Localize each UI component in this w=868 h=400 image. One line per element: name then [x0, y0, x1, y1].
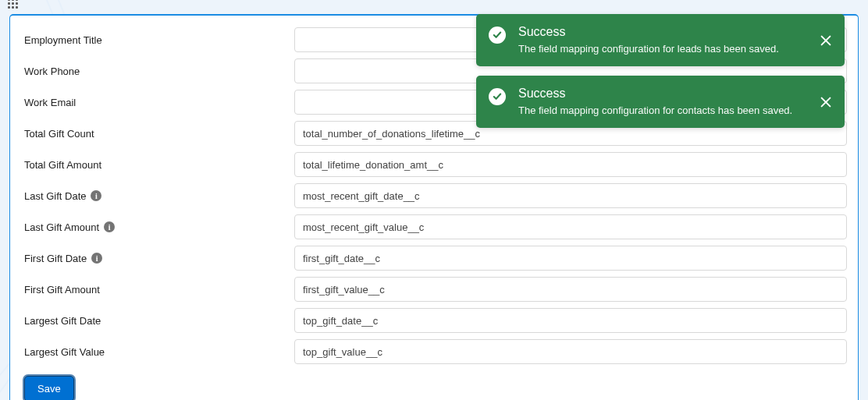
field-mapping-row: Last Gift Datei	[21, 181, 847, 211]
field-label: Largest Gift Value	[21, 346, 294, 358]
field-input-wrap	[294, 152, 847, 177]
field-mapping-row: Total Gift Amount	[21, 150, 847, 179]
toast-title: Success	[518, 23, 810, 41]
field-label-text: First Gift Date	[24, 253, 87, 264]
field-mapping-row: Largest Gift Value	[21, 337, 847, 366]
mapping-input[interactable]	[294, 152, 847, 177]
success-check-icon	[489, 88, 506, 105]
field-label: Largest Gift Date	[21, 315, 294, 327]
field-label: First Gift Amount	[21, 284, 294, 296]
field-label-text: First Gift Amount	[24, 284, 100, 296]
info-icon[interactable]: i	[104, 221, 115, 232]
toast-title: Success	[518, 85, 810, 102]
mapping-input[interactable]	[294, 277, 847, 302]
info-icon[interactable]: i	[91, 253, 102, 264]
mapping-input[interactable]	[294, 308, 847, 333]
field-input-wrap	[294, 246, 847, 271]
save-button[interactable]: Save	[24, 376, 74, 400]
field-label: Employment Title	[21, 34, 294, 46]
field-mapping-row: Largest Gift Date	[21, 306, 847, 335]
mapping-input[interactable]	[294, 183, 847, 208]
field-label-text: Employment Title	[24, 34, 102, 46]
success-check-icon	[489, 27, 506, 44]
field-label-text: Total Gift Count	[24, 128, 94, 140]
field-label: Work Email	[21, 97, 294, 108]
info-icon[interactable]: i	[91, 190, 101, 201]
toast-message: The field mapping configuration for lead…	[518, 42, 810, 56]
header-bar	[0, 0, 868, 6]
toast-close-button[interactable]	[815, 30, 837, 51]
field-label-text: Last Gift Amount	[24, 221, 99, 233]
mapping-input[interactable]	[294, 246, 847, 271]
toast-message: The field mapping configuration for cont…	[518, 104, 810, 118]
mapping-input[interactable]	[294, 339, 847, 364]
drag-handle-icon[interactable]	[8, 0, 18, 9]
field-label: Work Phone	[21, 65, 294, 77]
close-icon	[819, 34, 833, 48]
field-label-text: Total Gift Amount	[24, 159, 101, 171]
field-input-wrap	[294, 339, 847, 364]
field-label: Total Gift Amount	[21, 159, 294, 171]
field-input-wrap	[294, 214, 847, 239]
field-label: Total Gift Count	[21, 128, 294, 140]
field-label-text: Work Phone	[24, 65, 80, 77]
field-label-text: Largest Gift Value	[24, 346, 105, 358]
field-label: First Gift Datei	[21, 253, 294, 264]
field-input-wrap	[294, 308, 847, 333]
field-label: Last Gift Datei	[21, 190, 294, 202]
toast-success: Success The field mapping configuration …	[476, 76, 845, 128]
field-mapping-row: First Gift Datei	[21, 243, 847, 273]
field-input-wrap	[294, 183, 847, 208]
mapping-input[interactable]	[294, 214, 847, 239]
field-mapping-row: Last Gift Amounti	[21, 212, 847, 242]
field-label-text: Largest Gift Date	[24, 315, 101, 327]
field-input-wrap	[294, 277, 847, 302]
toast-close-button[interactable]	[815, 91, 837, 113]
close-icon	[819, 95, 833, 109]
toast-success: Success The field mapping configuration …	[476, 14, 845, 66]
field-label: Last Gift Amounti	[21, 221, 294, 233]
field-label-text: Work Email	[24, 97, 76, 108]
field-label-text: Last Gift Date	[24, 190, 86, 202]
field-mapping-row: First Gift Amount	[21, 274, 847, 304]
toast-container: Success The field mapping configuration …	[476, 14, 845, 128]
